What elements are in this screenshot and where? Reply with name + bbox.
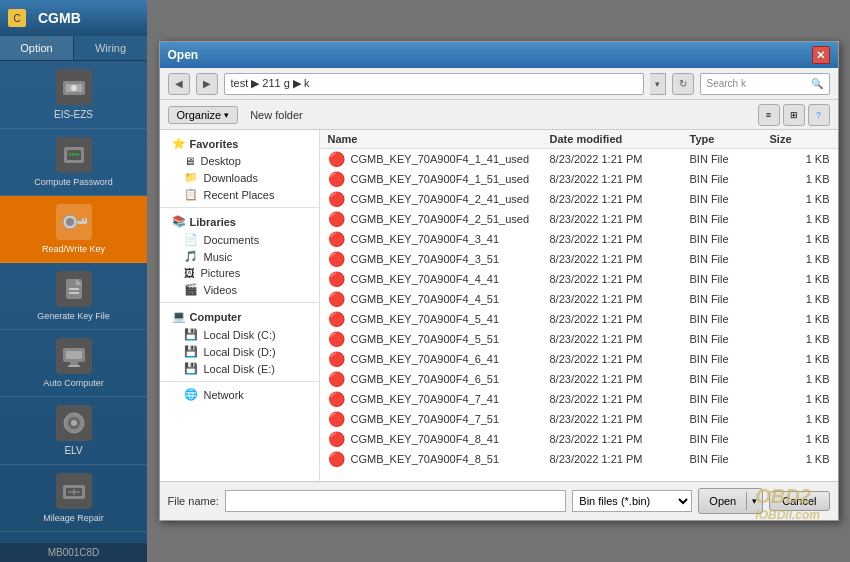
sidebar-item-compute-password[interactable]: **** Compute Password: [0, 129, 147, 196]
file-row[interactable]: 🔴 CGMB_KEY_70A900F4_1_51_used 8/23/2022 …: [320, 169, 838, 189]
file-bin-icon: 🔴: [328, 211, 345, 227]
file-name-cell: 🔴 CGMB_KEY_70A900F4_1_51_used: [328, 171, 550, 187]
tab-option[interactable]: Option: [0, 36, 74, 60]
file-name-cell: 🔴 CGMB_KEY_70A900F4_5_51: [328, 331, 550, 347]
mileage-repair-label: Mileage Repair: [43, 513, 104, 523]
col-size[interactable]: Size: [770, 133, 830, 145]
file-row[interactable]: 🔴 CGMB_KEY_70A900F4_3_51 8/23/2022 1:21 …: [320, 249, 838, 269]
file-row[interactable]: 🔴 CGMB_KEY_70A900F4_2_51_used 8/23/2022 …: [320, 209, 838, 229]
address-bar[interactable]: test ▶ 211 g ▶ k: [224, 73, 644, 95]
col-name[interactable]: Name: [328, 133, 550, 145]
svg-rect-17: [70, 362, 78, 365]
sidebar-tabs: Option Wiring: [0, 36, 147, 61]
nav-item-local-disk-e[interactable]: 💾 Local Disk (E:): [160, 360, 319, 377]
nav-item-pictures[interactable]: 🖼 Pictures: [160, 265, 319, 281]
view-tiles-button[interactable]: ⊞: [783, 104, 805, 126]
status-bar: MB001C8D: [0, 543, 147, 562]
main-content: Open ✕ ◀ ▶ test ▶ 211 g ▶ k ▾ ↻ Search k…: [147, 0, 850, 562]
cancel-button[interactable]: Cancel: [769, 491, 829, 511]
sidebar-item-eis-ezs[interactable]: EIS-EZS: [0, 61, 147, 129]
libraries-icon: 📚: [172, 215, 186, 228]
file-type: BIN File: [690, 193, 770, 205]
svg-rect-10: [85, 218, 87, 222]
file-row[interactable]: 🔴 CGMB_KEY_70A900F4_4_51 8/23/2022 1:21 …: [320, 289, 838, 309]
nav-item-local-disk-c[interactable]: 💾 Local Disk (C:): [160, 326, 319, 343]
file-row[interactable]: 🔴 CGMB_KEY_70A900F4_7_51 8/23/2022 1:21 …: [320, 409, 838, 429]
sidebar-item-elv[interactable]: ELV: [0, 397, 147, 465]
file-row[interactable]: 🔴 CGMB_KEY_70A900F4_7_41 8/23/2022 1:21 …: [320, 389, 838, 409]
open-button-arrow-icon[interactable]: ▾: [747, 493, 762, 509]
file-name-cell: 🔴 CGMB_KEY_70A900F4_6_41: [328, 351, 550, 367]
nav-item-recent-places[interactable]: 📋 Recent Places: [160, 186, 319, 203]
file-name: CGMB_KEY_70A900F4_5_41: [351, 313, 500, 325]
filename-input[interactable]: [225, 490, 566, 512]
file-bin-icon: 🔴: [328, 251, 345, 267]
dialog-toolbar: ◀ ▶ test ▶ 211 g ▶ k ▾ ↻ Search k 🔍: [160, 68, 838, 100]
file-type: BIN File: [690, 373, 770, 385]
nav-item-videos[interactable]: 🎬 Videos: [160, 281, 319, 298]
dialog-close-button[interactable]: ✕: [812, 46, 830, 64]
dialog-titlebar: Open ✕: [160, 42, 838, 68]
documents-label: Documents: [204, 234, 260, 246]
open-button[interactable]: Open ▾: [698, 488, 763, 514]
sidebar-item-mileage-repair[interactable]: Mileage Repair: [0, 465, 147, 532]
file-row[interactable]: 🔴 CGMB_KEY_70A900F4_3_41 8/23/2022 1:21 …: [320, 229, 838, 249]
sidebar-item-read-write-key[interactable]: Read/Write Key: [0, 196, 147, 263]
generate-key-file-label: Generate Key File: [37, 311, 110, 321]
file-row[interactable]: 🔴 CGMB_KEY_70A900F4_4_41 8/23/2022 1:21 …: [320, 269, 838, 289]
file-size: 1 KB: [770, 153, 830, 165]
address-dropdown-button[interactable]: ▾: [650, 73, 666, 95]
back-button[interactable]: ◀: [168, 73, 190, 95]
file-row[interactable]: 🔴 CGMB_KEY_70A900F4_8_41 8/23/2022 1:21 …: [320, 429, 838, 449]
forward-button[interactable]: ▶: [196, 73, 218, 95]
file-bin-icon: 🔴: [328, 391, 345, 407]
nav-item-network[interactable]: 🌐 Network: [160, 386, 319, 403]
sidebar-item-auto-computer[interactable]: Auto Computer: [0, 330, 147, 397]
file-name: CGMB_KEY_70A900F4_5_51: [351, 333, 500, 345]
sidebar-item-generate-key-file[interactable]: Generate Key File: [0, 263, 147, 330]
file-row[interactable]: 🔴 CGMB_KEY_70A900F4_6_41 8/23/2022 1:21 …: [320, 349, 838, 369]
file-row[interactable]: 🔴 CGMB_KEY_70A900F4_1_41_used 8/23/2022 …: [320, 149, 838, 169]
nav-item-desktop[interactable]: 🖥 Desktop: [160, 153, 319, 169]
organize-button[interactable]: Organize ▾: [168, 106, 239, 124]
auto-computer-label: Auto Computer: [43, 378, 104, 388]
file-row[interactable]: 🔴 CGMB_KEY_70A900F4_8_51 8/23/2022 1:21 …: [320, 449, 838, 469]
music-label: Music: [204, 251, 233, 263]
file-date: 8/23/2022 1:21 PM: [550, 253, 690, 265]
pictures-icon: 🖼: [184, 267, 195, 279]
file-row[interactable]: 🔴 CGMB_KEY_70A900F4_5_41 8/23/2022 1:21 …: [320, 309, 838, 329]
file-row[interactable]: 🔴 CGMB_KEY_70A900F4_2_41_used 8/23/2022 …: [320, 189, 838, 209]
file-bin-icon: 🔴: [328, 411, 345, 427]
refresh-button[interactable]: ↻: [672, 73, 694, 95]
file-name-cell: 🔴 CGMB_KEY_70A900F4_6_51: [328, 371, 550, 387]
nav-pane: ⭐ Favorites 🖥 Desktop 📁 Downloads: [160, 130, 320, 481]
filetype-select[interactable]: Bin files (*.bin): [572, 490, 692, 512]
view-details-button[interactable]: ≡: [758, 104, 780, 126]
file-size: 1 KB: [770, 413, 830, 425]
file-date: 8/23/2022 1:21 PM: [550, 233, 690, 245]
file-row[interactable]: 🔴 CGMB_KEY_70A900F4_5_51 8/23/2022 1:21 …: [320, 329, 838, 349]
read-write-key-label: Read/Write Key: [42, 244, 105, 254]
tab-wiring[interactable]: Wiring: [74, 36, 147, 60]
nav-group-favorites: ⭐ Favorites 🖥 Desktop 📁 Downloads: [160, 134, 319, 203]
file-type: BIN File: [690, 293, 770, 305]
file-size: 1 KB: [770, 173, 830, 185]
file-row[interactable]: 🔴 CGMB_KEY_70A900F4_6_51 8/23/2022 1:21 …: [320, 369, 838, 389]
favorites-header: ⭐ Favorites: [160, 134, 319, 153]
new-folder-button[interactable]: New folder: [246, 107, 307, 123]
computer-icon: 💻: [172, 310, 186, 323]
file-type: BIN File: [690, 333, 770, 345]
file-name-cell: 🔴 CGMB_KEY_70A900F4_2_41_used: [328, 191, 550, 207]
col-date[interactable]: Date modified: [550, 133, 690, 145]
nav-item-music[interactable]: 🎵 Music: [160, 248, 319, 265]
view-help-button[interactable]: ?: [808, 104, 830, 126]
file-name-cell: 🔴 CGMB_KEY_70A900F4_3_51: [328, 251, 550, 267]
nav-item-local-disk-d[interactable]: 💾 Local Disk (D:): [160, 343, 319, 360]
file-size: 1 KB: [770, 393, 830, 405]
file-date: 8/23/2022 1:21 PM: [550, 153, 690, 165]
nav-item-downloads[interactable]: 📁 Downloads: [160, 169, 319, 186]
col-type[interactable]: Type: [690, 133, 770, 145]
nav-item-documents[interactable]: 📄 Documents: [160, 231, 319, 248]
search-box[interactable]: Search k 🔍: [700, 73, 830, 95]
file-type: BIN File: [690, 253, 770, 265]
